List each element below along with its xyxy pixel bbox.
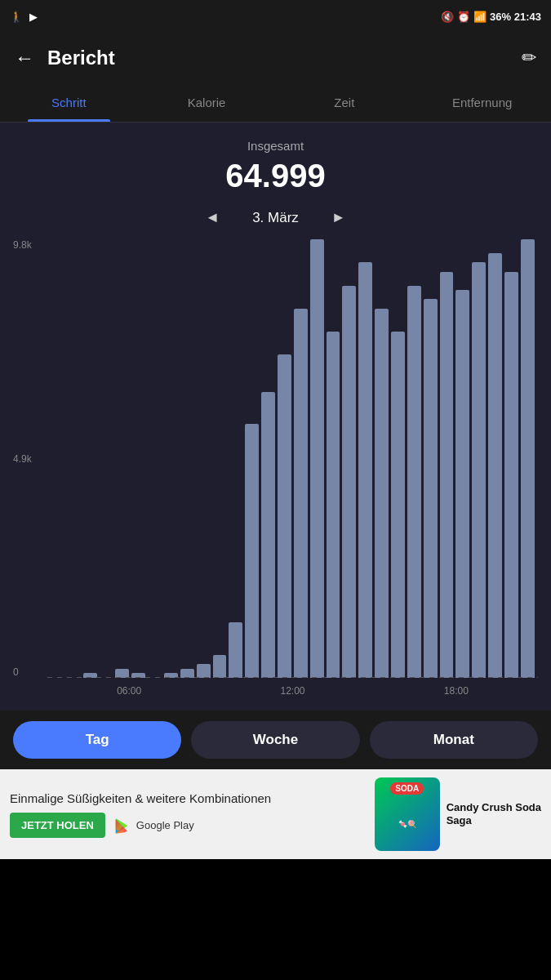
wifi-icon: 📶 xyxy=(473,11,487,23)
google-play-badge[interactable]: Google Play xyxy=(113,817,194,835)
date-navigation: ◄ 3. März ► xyxy=(13,209,538,226)
total-label: Insgesamt xyxy=(13,139,538,153)
bar-item xyxy=(310,239,324,678)
x-axis-labels: 06:00 12:00 18:00 xyxy=(47,679,538,702)
tab-kalorie[interactable]: Kalorie xyxy=(138,83,276,122)
monat-button[interactable]: Monat xyxy=(370,721,538,759)
date-prev-button[interactable]: ◄ xyxy=(205,209,220,226)
bar-item xyxy=(278,354,291,678)
bar-item xyxy=(261,392,275,678)
chart-section: Insgesamt 64.999 ◄ 3. März ► 9.8k 4.9k 0… xyxy=(0,122,551,710)
game-info: Candy Crush SodaSaga xyxy=(440,801,541,826)
ad-text-section: Einmalige Süßigkeiten & weitere Kombinat… xyxy=(10,791,365,839)
tab-bar: Schritt Kalorie Zeit Entfernung xyxy=(0,83,551,122)
bar-item xyxy=(327,332,340,678)
chart-inner: 06:00 12:00 18:00 xyxy=(47,239,538,702)
bar-item xyxy=(488,253,502,678)
alarm-icon: ⏰ xyxy=(457,11,470,23)
ad-image-section: SODA 🍬🍭 Candy Crush SodaSaga xyxy=(375,777,541,851)
bar-item xyxy=(375,309,389,678)
bar-item xyxy=(294,309,308,678)
tag-button[interactable]: Tag xyxy=(13,721,181,759)
tab-schritt[interactable]: Schritt xyxy=(0,83,138,122)
edit-button[interactable]: ✏ xyxy=(522,47,536,69)
bar-item xyxy=(407,286,421,678)
x-label-3: 18:00 xyxy=(444,685,469,697)
tab-entfernung[interactable]: Entfernung xyxy=(413,83,551,122)
mute-icon: 🔇 xyxy=(441,11,454,23)
bar-item xyxy=(440,272,454,678)
bar-item xyxy=(472,262,486,678)
bar-item xyxy=(245,424,259,678)
tab-zeit[interactable]: Zeit xyxy=(276,83,414,122)
period-selector: Tag Woche Monat xyxy=(0,710,551,769)
bar-item xyxy=(391,332,405,678)
youtube-icon: ▶ xyxy=(29,11,38,23)
bar-item xyxy=(358,262,372,678)
status-bar: 🚶 ▶ 🔇 ⏰ 📶 36% 21:43 xyxy=(0,0,551,33)
bar-item xyxy=(342,286,356,678)
status-left: 🚶 ▶ xyxy=(10,11,38,23)
bar-item xyxy=(229,622,242,678)
soda-text: 🍬🍭 xyxy=(398,820,416,828)
total-value: 64.999 xyxy=(13,158,538,194)
google-play-icon xyxy=(113,817,131,835)
game-name: Candy Crush SodaSaga xyxy=(447,801,541,826)
date-display: 3. März xyxy=(252,210,299,226)
y-axis-labels: 9.8k 4.9k 0 xyxy=(13,239,44,678)
game-image: SODA 🍬🍭 xyxy=(375,777,440,851)
bar-item xyxy=(424,299,438,678)
header: ← Bericht ✏ xyxy=(0,33,551,83)
y-label-top: 9.8k xyxy=(13,239,44,251)
x-label-1: 06:00 xyxy=(117,685,141,697)
y-label-bot: 0 xyxy=(13,666,44,678)
google-play-label: Google Play xyxy=(136,819,194,831)
zero-line xyxy=(47,677,538,678)
woche-button[interactable]: Woche xyxy=(191,721,359,759)
y-label-mid: 4.9k xyxy=(13,453,44,465)
walk-icon: 🚶 xyxy=(10,11,23,23)
ad-banner: Einmalige Süßigkeiten & weitere Kombinat… xyxy=(0,769,551,859)
bar-item xyxy=(213,655,227,678)
bar-item xyxy=(455,290,469,678)
date-next-button[interactable]: ► xyxy=(331,209,346,226)
page-title: Bericht xyxy=(47,47,509,69)
status-right: 🔇 ⏰ 📶 36% 21:43 xyxy=(441,11,541,23)
bar-item xyxy=(504,272,518,678)
bar-item xyxy=(521,239,535,678)
ad-title: Einmalige Süßigkeiten & weitere Kombinat… xyxy=(10,791,365,807)
bar-item xyxy=(197,664,211,678)
ad-cta-button[interactable]: JETZT HOLEN xyxy=(10,813,105,838)
bars-wrapper xyxy=(47,239,538,678)
chart-container: Insgesamt 64.999 ◄ 3. März ► 9.8k 4.9k 0… xyxy=(0,122,551,710)
back-button[interactable]: ← xyxy=(15,47,34,69)
x-label-2: 12:00 xyxy=(280,685,304,697)
soda-label: SODA xyxy=(390,782,424,795)
battery-text: 36% 21:43 xyxy=(490,11,541,23)
chart-area: 9.8k 4.9k 0 06:00 12:00 18:00 xyxy=(13,239,538,702)
